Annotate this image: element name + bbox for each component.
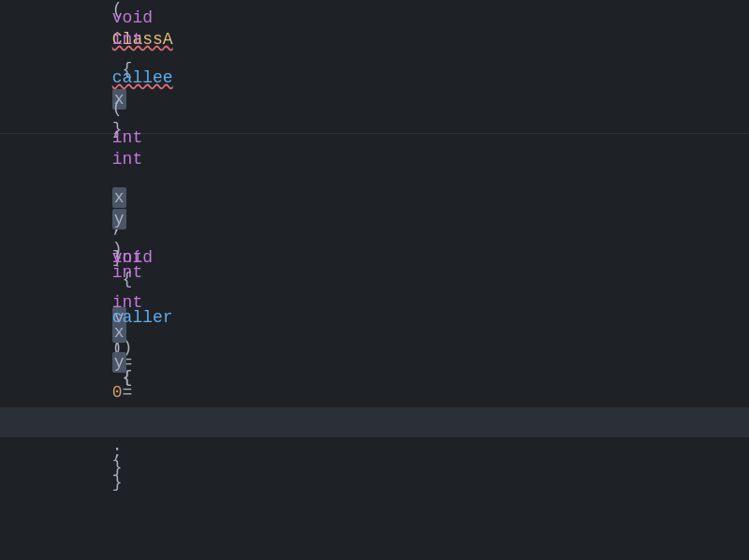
code-editor: class ClassA { public ClassA ( int x , i…: [0, 0, 749, 560]
keyword-void-1: void: [112, 8, 153, 27]
line-int-y: int y = 0 ;: [0, 347, 749, 377]
keyword-int-y: int: [112, 293, 142, 312]
line-close-class: }: [0, 467, 749, 497]
keyword-int-callee-1: int: [112, 128, 142, 147]
var-y: y: [112, 352, 126, 373]
space: [112, 323, 123, 342]
space: [112, 38, 123, 57]
space: [112, 158, 123, 177]
callee-name: callee: [112, 68, 173, 87]
open-paren-callee: (: [112, 98, 123, 117]
indent: [112, 263, 193, 282]
line-content-close-class: }: [37, 437, 123, 527]
close-brace-class: }: [112, 473, 123, 492]
